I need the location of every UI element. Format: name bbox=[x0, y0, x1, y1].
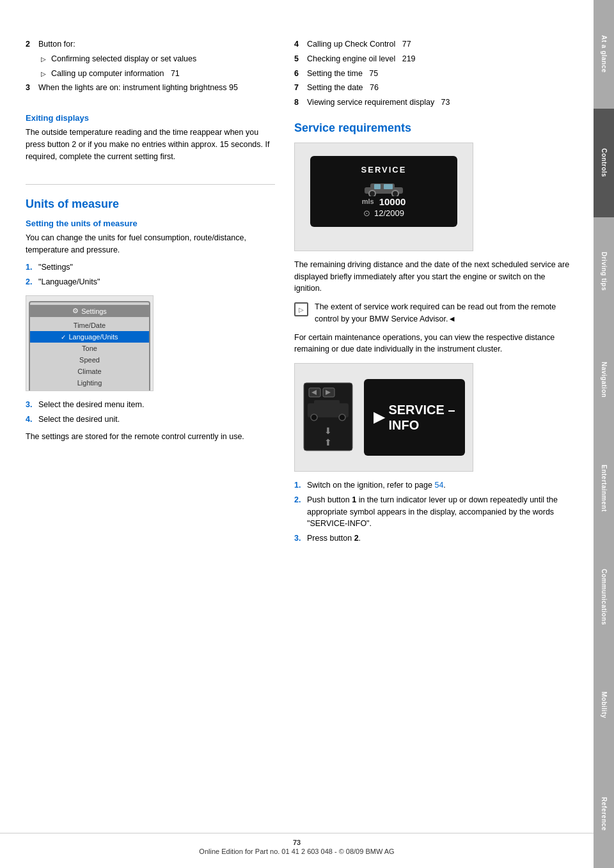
svg-rect-5 bbox=[384, 184, 393, 189]
service-step-3-text: Press button 2. bbox=[307, 532, 361, 545]
service-display-mock: SERVICE mls 10000 bbox=[310, 156, 457, 227]
left-column: 2 Button for: Confirming selected displa… bbox=[26, 38, 275, 830]
bullet-arrow-1 bbox=[38, 53, 47, 65]
service-label: SERVICE bbox=[319, 165, 448, 174]
step-num-4: 4. bbox=[26, 414, 35, 426]
car-icon bbox=[361, 178, 406, 196]
tab-navigation[interactable]: Navigation bbox=[594, 325, 614, 434]
right-item-6-text: Setting the time 75 bbox=[307, 68, 378, 80]
service-step-num-2: 2. bbox=[294, 494, 303, 530]
units-of-measure-heading: Units of measure bbox=[26, 198, 275, 211]
settings-title-text: Settings bbox=[81, 307, 107, 315]
right-column: 4 Calling up Check Control 77 5 Checking… bbox=[294, 38, 574, 830]
item-2-label: Button for: bbox=[38, 38, 75, 50]
menu-item-doorlocks: Door locks bbox=[30, 389, 149, 391]
menu-item-lighting: Lighting bbox=[30, 377, 149, 389]
step-num-1: 1. bbox=[26, 261, 35, 274]
sub-item-confirm: Confirming selected display or set value… bbox=[38, 53, 275, 65]
tab-entertainment[interactable]: Entertainment bbox=[594, 434, 614, 543]
step-num-2: 2. bbox=[26, 276, 35, 288]
sub-item-calling: Calling up computer information 71 bbox=[38, 68, 275, 80]
sub-item-calling-text: Calling up computer information 71 bbox=[51, 68, 180, 80]
menu-item-language-label: Language/Units bbox=[68, 333, 118, 341]
mls-label: mls bbox=[362, 198, 374, 205]
right-num-6: 6 bbox=[294, 68, 303, 80]
units-step-1: 1. "Settings" bbox=[26, 261, 275, 274]
svg-point-14 bbox=[339, 414, 345, 421]
tab-mobility[interactable]: Mobility bbox=[594, 651, 614, 760]
right-item-5: 5 Checking engine oil level 219 bbox=[294, 53, 574, 65]
service-step-3: 3. Press button 2. bbox=[294, 532, 574, 545]
step-4-text: Select the desired unit. bbox=[38, 414, 120, 426]
clock-icon: ⊙ bbox=[363, 208, 370, 218]
side-navigation: At a glance Controls Driving tips Naviga… bbox=[594, 0, 614, 868]
service-display-image: SERVICE mls 10000 bbox=[294, 143, 473, 251]
service-step-num-1: 1. bbox=[294, 479, 303, 492]
item-number-3: 3 bbox=[26, 82, 35, 94]
right-num-5: 5 bbox=[294, 53, 303, 65]
item-3-label: When the lights are on: instrument light… bbox=[38, 82, 238, 94]
service-mileage-value: mls 10000 bbox=[319, 196, 448, 207]
service-step-2: 2. Push button 1 in the turn indicator l… bbox=[294, 494, 574, 530]
settings-menu-mock: ⚙ Settings Time/Date ✓ Language/Units To… bbox=[29, 301, 150, 391]
exiting-displays-heading: Exiting displays bbox=[26, 113, 275, 123]
right-item-7-text: Setting the date 76 bbox=[307, 82, 379, 94]
section-divider bbox=[26, 184, 275, 185]
note-icon bbox=[294, 302, 308, 316]
units-step-3: 3. Select the desired menu item. bbox=[26, 399, 275, 411]
right-item-8: 8 Viewing service requirement display 73 bbox=[294, 97, 574, 109]
step-1-text: "Settings" bbox=[38, 261, 73, 274]
menu-item-speed: Speed bbox=[30, 354, 149, 366]
service-info-display-image: ⬇ ⬆ ▶ SERVICE –INFO bbox=[294, 363, 473, 472]
play-arrow-icon: ▶ bbox=[374, 410, 384, 424]
service-note-box: The extent of service work required can … bbox=[294, 301, 574, 325]
right-item-4: 4 Calling up Check Control 77 bbox=[294, 38, 574, 50]
service-note-text: The extent of service work required can … bbox=[315, 301, 574, 325]
setting-units-subheading: Setting the units of measure bbox=[26, 219, 275, 228]
svg-point-2 bbox=[369, 190, 375, 196]
exiting-displays-body: The outside temperature reading and the … bbox=[26, 127, 275, 162]
service-step-num-3: 3. bbox=[294, 532, 303, 545]
step-3-text: Select the desired menu item. bbox=[38, 399, 144, 411]
right-num-8: 8 bbox=[294, 97, 303, 109]
gear-icon: ⚙ bbox=[72, 307, 79, 315]
menu-item-climate: Climate bbox=[30, 366, 149, 377]
bullet-arrow-2 bbox=[38, 68, 47, 80]
svg-point-13 bbox=[311, 414, 317, 421]
mileage-number: 10000 bbox=[379, 196, 406, 207]
service-info-text: SERVICE –INFO bbox=[388, 402, 455, 433]
settings-title: ⚙ Settings bbox=[30, 305, 149, 317]
tab-driving-tips[interactable]: Driving tips bbox=[594, 217, 614, 326]
page-footer: 73 Online Edition for Part no. 01 41 2 6… bbox=[0, 833, 594, 855]
svg-point-3 bbox=[392, 190, 398, 196]
right-num-7: 7 bbox=[294, 82, 303, 94]
right-num-4: 4 bbox=[294, 38, 303, 50]
service-date-value: ⊙ 12/2009 bbox=[319, 208, 448, 218]
tab-communications[interactable]: Communications bbox=[594, 543, 614, 651]
svg-text:⬇: ⬇ bbox=[324, 426, 332, 436]
service-step-1: 1. Switch on the ignition, refer to page… bbox=[294, 479, 574, 492]
menu-item-timedate: Time/Date bbox=[30, 320, 149, 331]
service-step-2-text: Push button 1 in the turn indicator leve… bbox=[307, 494, 574, 530]
right-item-8-text: Viewing service requirement display 73 bbox=[307, 97, 450, 109]
list-item-3: 3 When the lights are on: instrument lig… bbox=[26, 82, 275, 94]
svg-text:⬆: ⬆ bbox=[324, 437, 332, 447]
right-item-6: 6 Setting the time 75 bbox=[294, 68, 574, 80]
svg-rect-4 bbox=[374, 184, 381, 189]
service-date-text: 12/2009 bbox=[374, 208, 404, 218]
step-2-text: "Language/Units" bbox=[38, 276, 100, 288]
service-body-2: For certain maintenance operations, you … bbox=[294, 332, 574, 356]
step-num-3: 3. bbox=[26, 399, 35, 411]
list-item-2: 2 Button for: bbox=[26, 38, 275, 50]
menu-item-language: ✓ Language/Units bbox=[30, 331, 149, 343]
svg-rect-12 bbox=[314, 400, 340, 410]
right-item-4-text: Calling up Check Control 77 bbox=[307, 38, 411, 50]
tab-controls[interactable]: Controls bbox=[594, 109, 614, 217]
tab-reference[interactable]: Reference bbox=[594, 759, 614, 868]
instrument-cluster-icon: ⬇ ⬆ bbox=[303, 382, 354, 452]
tab-at-glance[interactable]: At a glance bbox=[594, 0, 614, 109]
units-step-4: 4. Select the desired unit. bbox=[26, 414, 275, 426]
units-body-text: You can change the units for fuel consum… bbox=[26, 232, 275, 256]
settings-menu-image: ⚙ Settings Time/Date ✓ Language/Units To… bbox=[26, 295, 154, 391]
menu-item-tone: Tone bbox=[30, 343, 149, 354]
